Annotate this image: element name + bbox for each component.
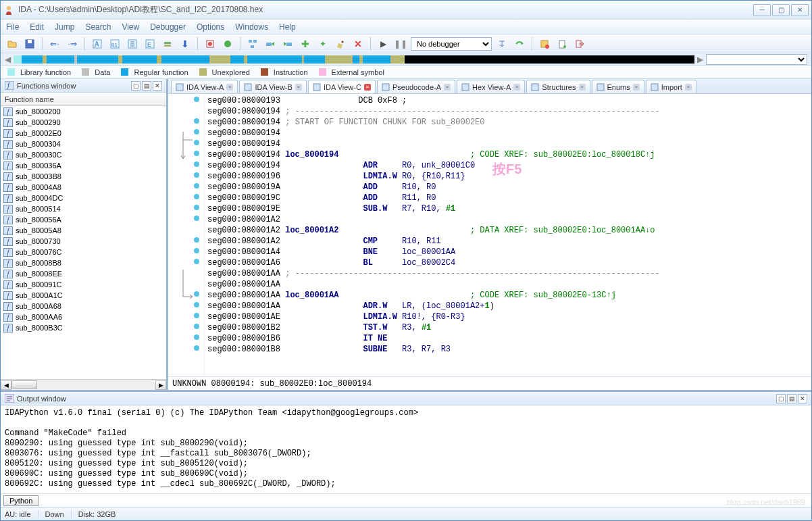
menu-jump[interactable]: Jump xyxy=(55,22,74,32)
edit-icon[interactable] xyxy=(333,36,348,51)
delete-icon[interactable]: ✕ xyxy=(351,36,365,51)
tab-close-icon[interactable]: × xyxy=(633,84,640,91)
save-button[interactable] xyxy=(22,36,37,51)
menu-windows[interactable]: Windows xyxy=(235,22,268,32)
menu-view[interactable]: View xyxy=(122,22,139,32)
options-icon[interactable] xyxy=(537,36,552,51)
xref-to-icon[interactable] xyxy=(263,36,278,51)
function-item[interactable]: fsub_8000A1C xyxy=(1,290,166,301)
xref-from-icon[interactable] xyxy=(280,36,295,51)
python-button[interactable]: Python xyxy=(3,495,39,506)
tool-binary-icon[interactable]: 01 xyxy=(107,36,122,51)
function-item[interactable]: fsub_800076C xyxy=(1,247,166,257)
menu-edit[interactable]: Edit xyxy=(30,22,44,32)
tab-close-icon[interactable]: × xyxy=(685,84,692,91)
down-arrow-icon[interactable]: ⬇ xyxy=(178,36,193,51)
open-button[interactable] xyxy=(5,36,20,51)
output-pin-button[interactable]: ▤ xyxy=(787,394,796,403)
svg-point-23 xyxy=(563,45,566,48)
nav-right-icon[interactable]: ▶ xyxy=(697,55,703,64)
nav-left-icon[interactable]: ◀ xyxy=(5,55,11,64)
tab-ida-view-a[interactable]: IDA View-A× xyxy=(171,80,238,93)
tab-close-icon[interactable]: × xyxy=(444,84,451,91)
debugger-select[interactable]: No debugger xyxy=(411,37,492,51)
tab-ida-view-b[interactable]: IDA View-B× xyxy=(239,80,306,93)
script-icon[interactable] xyxy=(555,36,569,51)
tab-import[interactable]: Import× xyxy=(646,80,696,93)
function-item[interactable]: fsub_800091C xyxy=(1,279,166,290)
disassembly-view[interactable]: seg000:08000193 DCB 0xF8 ;seg000:0800019… xyxy=(168,94,811,376)
function-item[interactable]: fsub_80008EE xyxy=(1,268,166,279)
app-icon xyxy=(3,5,14,16)
function-item[interactable]: fsub_80004A8 xyxy=(1,182,166,193)
function-item[interactable]: fsub_8000B3C xyxy=(1,322,166,333)
column-header[interactable]: Function name xyxy=(1,93,166,106)
tool-a-icon[interactable]: A xyxy=(90,36,105,51)
nav-combo[interactable] xyxy=(706,54,807,65)
function-item[interactable]: fsub_800056A xyxy=(1,214,166,225)
back-button[interactable]: ⇐· xyxy=(47,36,62,51)
tab-close-icon[interactable]: × xyxy=(513,84,520,91)
output-text[interactable]: IDAPython v1.6.0 final (serial 0) (c) Th… xyxy=(1,405,811,493)
function-item[interactable]: fsub_8000A68 xyxy=(1,301,166,312)
function-item[interactable]: fsub_8000200 xyxy=(1,106,166,117)
exit-icon[interactable] xyxy=(572,36,587,51)
function-item[interactable]: fsub_8000730 xyxy=(1,236,166,247)
svg-rect-33 xyxy=(597,84,604,91)
add-icon[interactable]: ✚ xyxy=(298,36,313,51)
panel-close-button[interactable]: ✕ xyxy=(153,81,162,91)
function-item[interactable]: fsub_800036A xyxy=(1,160,166,171)
code-pane[interactable]: seg000:08000193 DCB 0xF8 ;seg000:0800019… xyxy=(205,94,811,376)
navigation-bar[interactable] xyxy=(14,55,694,64)
menu-search[interactable]: Search xyxy=(85,22,111,32)
star-icon[interactable]: ✦ xyxy=(315,36,330,51)
function-item[interactable]: fsub_8000514 xyxy=(1,203,166,214)
run-icon[interactable] xyxy=(220,36,235,51)
menubar: FileEditJumpSearchViewDebuggerOptionsWin… xyxy=(1,20,811,34)
function-item[interactable]: fsub_8000AA6 xyxy=(1,312,166,322)
menu-file[interactable]: File xyxy=(6,22,19,32)
undock-button[interactable]: ▢ xyxy=(131,81,141,91)
function-item[interactable]: fsub_8000304 xyxy=(1,139,166,149)
breakpoint-icon[interactable] xyxy=(203,36,218,51)
tool-enum-icon[interactable]: E xyxy=(143,36,157,51)
h-scrollbar[interactable]: ◀▶ xyxy=(1,379,166,390)
menu-debugger[interactable]: Debugger xyxy=(150,22,186,32)
play-button[interactable]: ▶ xyxy=(376,36,390,51)
maximize-button[interactable]: ▢ xyxy=(772,4,790,16)
status-au: AU: idle xyxy=(5,510,39,518)
function-item[interactable]: fsub_80005A8 xyxy=(1,225,166,236)
tool-struct-icon[interactable] xyxy=(125,36,140,51)
pause-button[interactable]: ❚❚ xyxy=(393,36,408,51)
tab-structures[interactable]: Structures× xyxy=(526,80,590,93)
tab-close-icon[interactable]: × xyxy=(364,84,371,91)
tab-enums[interactable]: Enums× xyxy=(592,80,644,93)
tab-pseudocode-a[interactable]: Pseudocode-A× xyxy=(377,80,455,93)
menu-help[interactable]: Help xyxy=(279,22,296,32)
function-list[interactable]: fsub_8000200fsub_8000290fsub_80002E0fsub… xyxy=(1,106,166,379)
tab-close-icon[interactable]: × xyxy=(226,84,233,91)
output-undock-button[interactable]: ▢ xyxy=(776,394,786,403)
tab-ida-view-c[interactable]: IDA View-C× xyxy=(308,80,376,93)
tool-segment-icon[interactable] xyxy=(160,36,175,51)
output-close-button[interactable]: ✕ xyxy=(798,394,807,403)
function-item[interactable]: fsub_800030C xyxy=(1,149,166,160)
graph-icon[interactable] xyxy=(245,36,260,51)
tab-hex-view-a[interactable]: Hex View-A× xyxy=(457,80,525,93)
function-item[interactable]: fsub_80004DC xyxy=(1,193,166,203)
tab-close-icon[interactable]: × xyxy=(579,84,586,91)
output-icon xyxy=(5,394,14,403)
step-into-icon[interactable] xyxy=(494,36,509,51)
function-item[interactable]: fsub_80008B8 xyxy=(1,257,166,268)
close-button[interactable]: ✕ xyxy=(791,4,809,16)
function-item[interactable]: fsub_80002E0 xyxy=(1,128,166,139)
menu-options[interactable]: Options xyxy=(197,22,224,32)
step-over-icon[interactable] xyxy=(512,36,527,51)
forward-button[interactable]: ·⇒ xyxy=(65,36,80,51)
function-item[interactable]: fsub_8000290 xyxy=(1,117,166,128)
function-item[interactable]: fsub_80003B8 xyxy=(1,171,166,182)
svg-point-14 xyxy=(224,41,231,47)
tab-close-icon[interactable]: × xyxy=(295,84,302,91)
pin-button[interactable]: ▤ xyxy=(142,81,151,91)
minimize-button[interactable]: ─ xyxy=(753,4,771,16)
